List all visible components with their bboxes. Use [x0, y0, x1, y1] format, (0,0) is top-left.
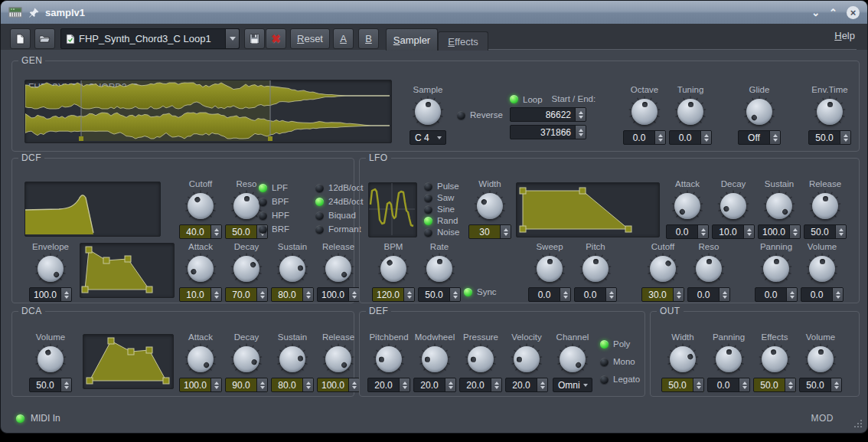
spinbox-arrows[interactable]	[403, 288, 414, 301]
spinbox-arrows[interactable]	[256, 288, 267, 301]
radio-brf[interactable]: BRF	[259, 224, 289, 234]
save-preset-button[interactable]	[244, 28, 265, 49]
knob-panning[interactable]	[759, 253, 793, 285]
knob-pitchbend[interactable]	[372, 343, 406, 375]
spinbox-arrows[interactable]	[210, 288, 221, 301]
octave-spinbox[interactable]: 0.0	[623, 130, 666, 145]
spinbox-arrows[interactable]	[60, 378, 71, 391]
panning-spinbox[interactable]: 0.0	[755, 287, 798, 302]
knob-attack[interactable]	[671, 190, 704, 222]
pitchbend-spinbox[interactable]: 20.0	[367, 378, 410, 392]
spinbox-arrows[interactable]	[500, 225, 511, 238]
effects-spinbox[interactable]: 50.0	[753, 378, 796, 392]
radio-mono[interactable]: Mono	[600, 357, 635, 366]
spinbox-arrows[interactable]	[449, 288, 460, 301]
radio-poly[interactable]: Poly	[600, 339, 630, 349]
radio-lpf[interactable]: LPF	[259, 183, 288, 192]
radio-rand[interactable]: Rand	[424, 216, 458, 225]
knob-cutoff[interactable]	[184, 190, 217, 222]
radio-saw[interactable]: Saw	[424, 193, 454, 202]
radio-formant[interactable]: Formant	[315, 224, 361, 234]
knob-volume[interactable]	[805, 253, 839, 285]
sample-waveform-display[interactable]: FHP_SYNTH_CHORD3_C	[24, 80, 392, 143]
reso-spinbox[interactable]: 0.0	[687, 287, 730, 302]
release-spinbox[interactable]: 50.0	[804, 224, 847, 239]
knob-sweep[interactable]	[533, 253, 566, 285]
reset-button[interactable]: Reset	[290, 28, 330, 49]
knob-release[interactable]	[321, 343, 355, 375]
delete-preset-button[interactable]: ✖	[266, 28, 286, 49]
knob-envelope[interactable]	[34, 253, 67, 285]
compare-a-button[interactable]: A	[333, 28, 354, 49]
radio-legato[interactable]: Legato	[600, 375, 640, 384]
rate-spinbox[interactable]: 50.0	[418, 287, 461, 302]
envelope-spinbox[interactable]: 100.0	[29, 287, 72, 302]
bpm-spinbox[interactable]: 120.0	[372, 287, 415, 302]
new-preset-button[interactable]	[10, 28, 31, 49]
cutoff-spinbox[interactable]: 40.0	[179, 224, 222, 239]
knob-release[interactable]	[321, 253, 355, 285]
panning-spinbox[interactable]: 0.0	[707, 378, 750, 392]
knob-tuning[interactable]	[674, 96, 707, 128]
knob-volume[interactable]	[34, 343, 67, 375]
preset-dropdown-button[interactable]	[225, 29, 239, 48]
knob-glide[interactable]	[742, 96, 776, 128]
volume-spinbox[interactable]: 50.0	[29, 378, 72, 392]
tab-sampler[interactable]: Sampler	[386, 28, 438, 51]
release-spinbox[interactable]: 100.0	[317, 287, 360, 302]
spinbox-arrows[interactable]	[830, 378, 841, 391]
compare-b-button[interactable]: B	[358, 28, 379, 49]
spinbox-arrows[interactable]	[348, 378, 359, 391]
tuning-spinbox[interactable]: 0.0	[669, 130, 712, 145]
radio-sine[interactable]: Sine	[424, 205, 455, 214]
knob-sustain[interactable]	[276, 343, 309, 375]
spinbox-arrows[interactable]	[840, 131, 850, 144]
knob-pressure[interactable]	[464, 343, 498, 375]
spinbox-arrows[interactable]	[348, 288, 359, 301]
spinbox-arrows[interactable]	[739, 378, 749, 391]
open-preset-button[interactable]	[34, 28, 55, 49]
titlebar[interactable]: samplv1 ⌄ ⌃ ×	[1, 1, 867, 25]
attack-spinbox[interactable]: 10.0	[179, 287, 222, 302]
spinbox-arrows[interactable]	[302, 288, 313, 301]
spinbox-arrows[interactable]	[256, 378, 267, 391]
knob-channel[interactable]	[556, 343, 589, 375]
spinbox-arrows[interactable]	[654, 131, 665, 144]
dca-envelope-display[interactable]	[83, 334, 174, 389]
knob-decay[interactable]	[716, 190, 750, 222]
spinbox-arrows[interactable]	[60, 288, 71, 301]
spinbox-arrows[interactable]	[769, 131, 780, 144]
sustain-spinbox[interactable]: 80.0	[271, 378, 314, 392]
spinbox-arrows[interactable]	[832, 288, 843, 301]
radio-hpf[interactable]: HPF	[259, 211, 289, 220]
radio-sync[interactable]: Sync	[464, 287, 497, 296]
pressure-spinbox[interactable]: 20.0	[459, 378, 502, 392]
lfo-wave-display[interactable]	[368, 182, 417, 237]
sustain-spinbox[interactable]: 100.0	[758, 224, 801, 239]
tab-effects[interactable]: Effects	[438, 31, 488, 51]
minimize-button[interactable]: ⌄	[811, 8, 820, 18]
pitch-spinbox[interactable]: 0.0	[574, 287, 617, 302]
volume-spinbox[interactable]: 0.0	[801, 287, 844, 302]
radio-bpf[interactable]: BPF	[259, 197, 289, 206]
close-button[interactable]: ×	[847, 6, 860, 19]
knob-panning[interactable]	[712, 343, 746, 375]
spinbox-arrows[interactable]	[835, 225, 846, 238]
loop-start-spinbox[interactable]: 86622	[510, 107, 586, 122]
spinbox-arrows[interactable]	[537, 378, 547, 391]
attack-spinbox[interactable]: 100.0	[179, 378, 222, 392]
preset-combobox[interactable]: FHP_Synth_Chord3_C Loop1	[60, 28, 240, 49]
cutoff-spinbox[interactable]: 30.0	[641, 287, 684, 302]
decay-spinbox[interactable]: 10.0	[712, 224, 755, 239]
decay-spinbox[interactable]: 70.0	[225, 287, 268, 302]
knob-bpm[interactable]	[377, 253, 410, 285]
knob-reso[interactable]	[692, 253, 726, 285]
spinbox-arrows[interactable]	[719, 288, 729, 301]
spinbox-arrows[interactable]	[445, 378, 455, 391]
spinbox-arrows[interactable]	[302, 378, 313, 391]
radio-loop[interactable]: Loop	[510, 95, 543, 104]
radio-noise[interactable]: Noise	[424, 228, 459, 237]
radio-24db-oct[interactable]: 24dB/oct	[315, 197, 363, 206]
spinbox-arrows[interactable]	[697, 225, 708, 238]
spinbox-arrows[interactable]	[575, 108, 586, 121]
